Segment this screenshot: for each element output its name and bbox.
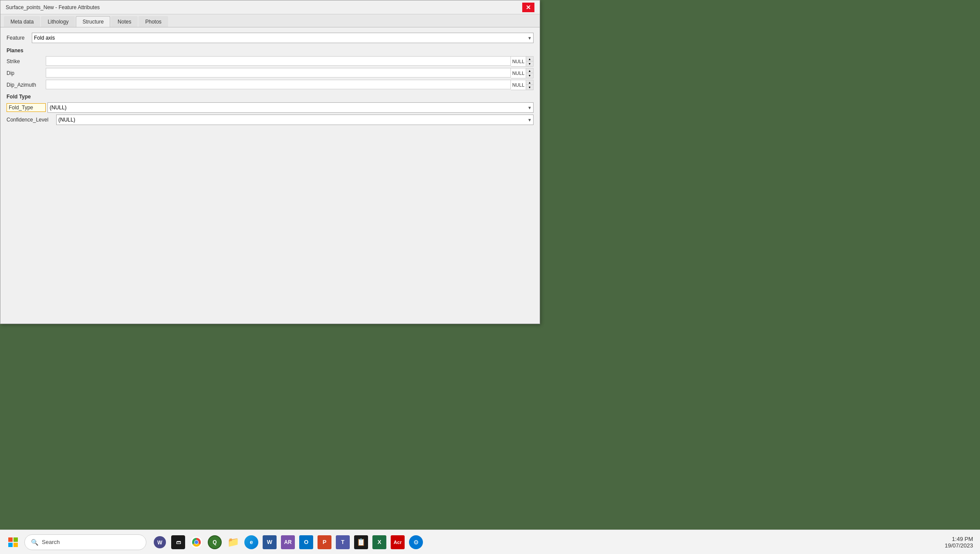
taskbar-icon-wally[interactable]: W bbox=[152, 534, 168, 551]
dip-azimuth-spin-down[interactable]: ▼ bbox=[526, 85, 533, 90]
feature-select-wrapper: Fold axis ▼ bbox=[32, 33, 534, 43]
taskbar-icon-acrobat[interactable]: Acr bbox=[389, 534, 406, 551]
tab-notes[interactable]: Notes bbox=[111, 16, 138, 27]
taskbar-icon-outlook[interactable]: O bbox=[298, 534, 314, 551]
search-bar[interactable]: 🔍 Search bbox=[24, 534, 146, 550]
strike-spinner: ▲ ▼ bbox=[526, 56, 534, 67]
tab-lithology[interactable]: Lithology bbox=[41, 16, 75, 27]
taskbar-icon-powerpoint[interactable]: P bbox=[316, 534, 333, 551]
strike-spin-up[interactable]: ▲ bbox=[526, 57, 533, 61]
dip-azimuth-label: Dip_Azimuth bbox=[7, 82, 46, 88]
content-area: Feature Fold axis ▼ Planes Strike NULL ▲… bbox=[0, 27, 540, 324]
svg-rect-1 bbox=[14, 537, 18, 542]
start-button[interactable] bbox=[3, 533, 23, 552]
taskbar-icon-ar[interactable]: AR bbox=[280, 534, 296, 551]
dip-azimuth-row: Dip_Azimuth NULL ▲ ▼ bbox=[7, 80, 534, 90]
dip-spin-down[interactable]: ▼ bbox=[526, 73, 533, 78]
svg-point-9 bbox=[195, 540, 198, 544]
dip-azimuth-spinner: ▲ ▼ bbox=[526, 80, 534, 90]
dip-spin-up[interactable]: ▲ bbox=[526, 68, 533, 73]
strike-label: Strike bbox=[7, 58, 46, 64]
confidence-select[interactable]: (NULL) bbox=[56, 115, 534, 125]
confidence-row: Confidence_Level (NULL) ▼ bbox=[7, 115, 534, 125]
windows-logo-icon bbox=[8, 537, 18, 547]
dip-azimuth-input[interactable] bbox=[46, 80, 511, 89]
feature-select[interactable]: Fold axis bbox=[32, 33, 534, 43]
fold-type-select[interactable]: (NULL) bbox=[47, 102, 534, 113]
tab-photos[interactable]: Photos bbox=[139, 16, 168, 27]
strike-row: Strike NULL ▲ ▼ bbox=[7, 56, 534, 67]
fold-type-row: Fold_Type (NULL) ▼ bbox=[7, 102, 534, 113]
taskbar-icon-folder[interactable]: 📁 bbox=[225, 534, 241, 551]
taskbar-icon-qgis[interactable]: Q bbox=[206, 534, 223, 551]
taskbar-icon-excel[interactable]: X bbox=[371, 534, 388, 551]
taskbar-icon-teams[interactable]: T bbox=[335, 534, 351, 551]
confidence-select-wrapper: (NULL) ▼ bbox=[56, 115, 534, 125]
taskbar-icon-edge[interactable]: e bbox=[243, 534, 260, 551]
title-bar: Surface_points_New - Feature Attributes … bbox=[0, 0, 540, 14]
dip-azimuth-spin-up[interactable]: ▲ bbox=[526, 80, 533, 85]
dip-azimuth-input-group: NULL ▲ ▼ bbox=[46, 80, 534, 90]
window-title: Surface_points_New - Feature Attributes bbox=[6, 4, 100, 10]
search-icon: 🔍 bbox=[31, 539, 38, 546]
svg-rect-2 bbox=[8, 543, 13, 547]
taskbar-clock: 1:49 PM 19/07/2023 bbox=[945, 536, 973, 549]
strike-spin-down[interactable]: ▼ bbox=[526, 61, 533, 66]
svg-rect-0 bbox=[8, 537, 13, 542]
tab-structure[interactable]: Structure bbox=[76, 16, 110, 27]
svg-text:W: W bbox=[157, 540, 162, 546]
feature-row: Feature Fold axis ▼ bbox=[7, 33, 534, 43]
confidence-label: Confidence_Level bbox=[7, 117, 54, 123]
planes-header: Planes bbox=[7, 47, 534, 54]
fold-type-section: Fold Type Fold_Type (NULL) ▼ Confidence_… bbox=[7, 94, 534, 125]
strike-null: NULL bbox=[511, 56, 526, 67]
taskbar-icon-notes[interactable]: 📋 bbox=[353, 534, 369, 551]
taskbar-icon-blue-app[interactable]: ⚙ bbox=[408, 534, 424, 551]
dialog-window: Surface_points_New - Feature Attributes … bbox=[0, 0, 540, 324]
taskbar: 🔍 Search W 🗃 bbox=[0, 530, 980, 554]
dip-null: NULL bbox=[511, 68, 526, 78]
date-display: 19/07/2023 bbox=[945, 542, 973, 549]
dip-label: Dip bbox=[7, 70, 46, 76]
time-display: 1:49 PM bbox=[952, 536, 973, 542]
search-text: Search bbox=[42, 539, 60, 545]
tab-bar: Meta data Lithology Structure Notes Phot… bbox=[0, 14, 540, 27]
taskbar-icon-files[interactable]: 🗃 bbox=[170, 534, 186, 551]
fold-type-select-wrapper: (NULL) ▼ bbox=[47, 102, 534, 113]
fold-type-label: Fold_Type bbox=[7, 103, 46, 112]
taskbar-icons: W 🗃 Q 📁 e bbox=[152, 534, 424, 551]
dip-input-group: NULL ▲ ▼ bbox=[46, 68, 534, 78]
fold-type-header: Fold Type bbox=[7, 94, 534, 100]
dip-azimuth-null: NULL bbox=[511, 80, 526, 90]
svg-rect-3 bbox=[14, 543, 18, 547]
dip-row: Dip NULL ▲ ▼ bbox=[7, 68, 534, 78]
taskbar-icon-word[interactable]: W bbox=[261, 534, 278, 551]
dip-spinner: ▲ ▼ bbox=[526, 68, 534, 78]
strike-input-group: NULL ▲ ▼ bbox=[46, 56, 534, 67]
strike-input[interactable] bbox=[46, 56, 511, 66]
dip-input[interactable] bbox=[46, 68, 511, 78]
close-button[interactable]: ✕ bbox=[522, 3, 534, 12]
tab-meta-data[interactable]: Meta data bbox=[4, 16, 40, 27]
taskbar-icon-chrome[interactable] bbox=[188, 534, 205, 551]
feature-label: Feature bbox=[7, 35, 28, 41]
